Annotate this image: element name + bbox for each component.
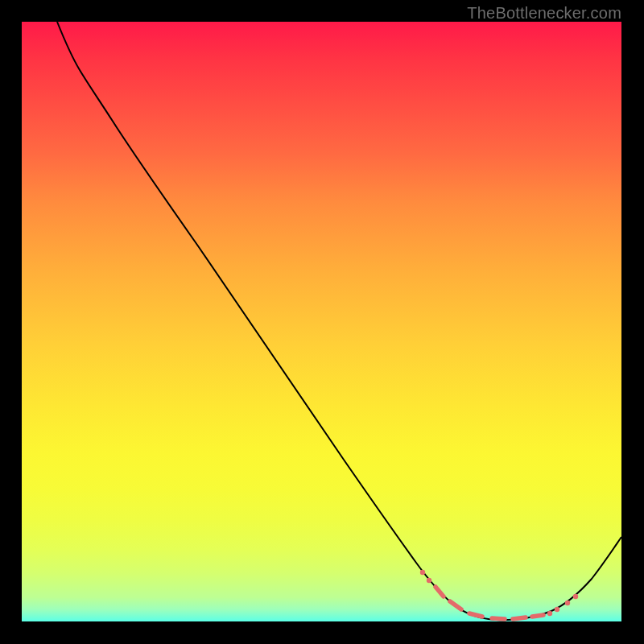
highlight-dash — [469, 613, 482, 617]
highlight-dot — [573, 594, 578, 599]
highlight-dash — [450, 601, 461, 609]
highlight-dot — [555, 607, 559, 612]
highlight-dash — [532, 615, 543, 617]
highlight-dash — [492, 618, 505, 619]
highlight-dash — [513, 617, 526, 619]
bottleneck-curve — [57, 22, 621, 620]
highlight-dot — [420, 570, 425, 575]
watermark-text: TheBottlenecker.com — [467, 4, 621, 23]
chart-container: TheBottlenecker.com — [0, 0, 644, 644]
curve-overlay — [22, 22, 621, 621]
highlight-dash — [436, 587, 444, 597]
highlight-dot — [547, 611, 552, 616]
highlight-dot — [427, 578, 431, 583]
highlight-dot — [565, 601, 570, 605]
